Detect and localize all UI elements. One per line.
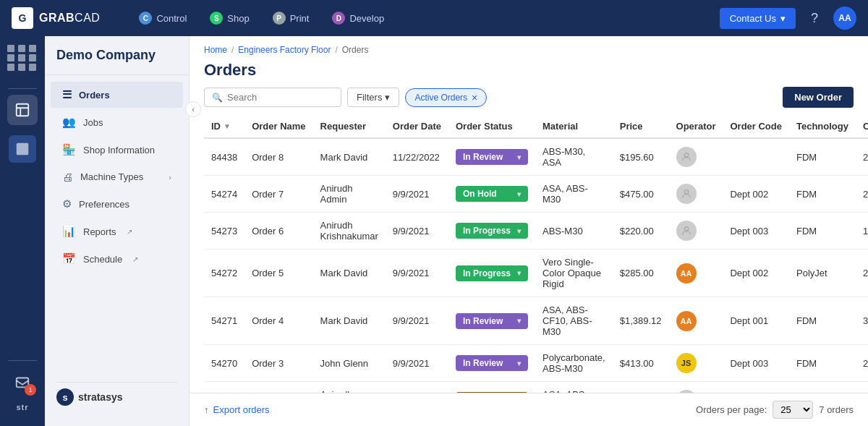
col-price: Price [613, 115, 669, 138]
status-dropdown-icon: ▾ [517, 269, 521, 277]
cell-order-name: Order 4 [244, 297, 312, 345]
cell-technology: PolyJet [789, 250, 856, 297]
table-row[interactable]: 54273 Order 6 AnirudhKrishnakumar 9/9/20… [204, 213, 868, 250]
cell-requester: AnirudhKrishnakumar [313, 213, 386, 250]
table-footer: ↑ Export orders Orders per page: 25 50 1… [190, 393, 868, 426]
nav-control[interactable]: C Control [129, 7, 197, 29]
cell-order-status[interactable]: In Progress ▾ [448, 250, 535, 297]
status-badge[interactable]: In Progress ▾ [456, 265, 528, 281]
cell-price: $285.00 [613, 250, 669, 297]
filters-button[interactable]: Filters ▾ [347, 88, 399, 107]
notification-icon[interactable]: 1 [7, 367, 38, 397]
search-input[interactable] [227, 92, 333, 103]
logo-area[interactable]: G GRABCAD [12, 7, 100, 29]
sidebar-item-orders[interactable]: ☰ Orders [51, 82, 183, 108]
status-label: In Review [463, 316, 503, 326]
cell-order-name: Order 1 [244, 382, 312, 393]
help-icon: ? [811, 11, 818, 26]
cell-operator [669, 213, 723, 250]
cell-price: $475.00 [613, 176, 669, 213]
sidebar-item-preferences[interactable]: ⚙ Preferences [51, 191, 183, 217]
cell-id: 54268 [204, 382, 244, 393]
status-badge[interactable]: In Progress ▾ [456, 223, 528, 239]
collapse-sidebar-button[interactable]: ‹ [185, 101, 201, 117]
status-label: On Hold [463, 189, 497, 199]
status-dropdown-icon: ▾ [517, 190, 521, 198]
nav-print[interactable]: P Print [263, 7, 320, 29]
cell-order-status[interactable]: In Review ▾ [448, 138, 535, 176]
contact-us-button[interactable]: Contact Us ▾ [720, 8, 796, 29]
cell-operator: AA [669, 297, 723, 345]
breadcrumb-orders: Orders [342, 45, 369, 55]
nav-develop[interactable]: D Develop [322, 7, 394, 29]
sidebar-image-icon[interactable] [7, 134, 38, 164]
cell-order-status[interactable]: In Review ▾ [448, 297, 535, 345]
user-avatar[interactable]: AA [833, 7, 856, 30]
cell-order-status[interactable]: In Progress ▾ [448, 213, 535, 250]
cell-requester: Mark David [313, 297, 386, 345]
col-id[interactable]: ID ▼ [204, 115, 244, 138]
left-nav: Demo Company ☰ Orders 👥 Jobs 🏪 Shop Info… [45, 36, 190, 426]
shop-info-icon: 🏪 [62, 143, 76, 156]
breadcrumb-floor[interactable]: Engineers Factory Floor [238, 45, 331, 55]
table-row[interactable]: 54274 Order 7 AnirudhAdmin 9/9/2021 On H… [204, 176, 868, 213]
page-title: Orders [204, 61, 256, 80]
orders-icon: ☰ [62, 88, 72, 101]
jobs-icon: 👥 [62, 116, 76, 129]
breadcrumb-home[interactable]: Home [204, 45, 227, 55]
reports-icon: 📊 [62, 225, 76, 238]
nav-shop[interactable]: S Shop [200, 7, 259, 29]
cell-requester: John Glenn [313, 345, 386, 382]
sidebar-shop-icon[interactable] [7, 95, 38, 125]
cell-cad-files: 1 [856, 213, 868, 250]
export-icon: ↑ [204, 404, 209, 415]
cell-cad-files: 2 [856, 176, 868, 213]
search-box[interactable]: 🔍 [204, 88, 341, 107]
active-orders-close-icon[interactable]: × [472, 92, 477, 103]
status-badge[interactable]: In Review ▾ [456, 355, 528, 371]
cell-order-code: Dept 003 [723, 213, 789, 250]
col-order-date: Order Date [386, 115, 448, 138]
status-badge[interactable]: On Hold ▾ [456, 186, 528, 202]
table-body: 84438 Order 8 Mark David 11/22/2022 In R… [204, 138, 868, 393]
cell-order-status[interactable]: On Hold ▾ [448, 176, 535, 213]
export-label: Export orders [213, 404, 270, 415]
sidebar-item-jobs[interactable]: 👥 Jobs [51, 109, 183, 135]
new-order-button[interactable]: New Order [783, 87, 854, 108]
sidebar-divider-1 [8, 88, 37, 89]
sidebar-reports-label: Reports [83, 226, 116, 237]
table-header: ID ▼ Order Name Requester Order Date Ord… [204, 115, 868, 138]
sidebar-item-schedule[interactable]: 📅 Schedule ↗ [51, 246, 183, 272]
status-badge[interactable]: In Review ▾ [456, 149, 528, 165]
sidebar-divider-2 [8, 360, 37, 361]
shop-icon: S [210, 12, 223, 25]
table-row[interactable]: 54268 Order 1 AnirudhAdmin 9/9/2021 Quot… [204, 382, 868, 393]
cell-order-code: Dept 001 [723, 382, 789, 393]
cell-order-status[interactable]: Quoted ▾ [448, 382, 535, 393]
table-row[interactable]: 54270 Order 3 John Glenn 9/9/2021 In Rev… [204, 345, 868, 382]
cell-order-date: 9/9/2021 [386, 297, 448, 345]
col-material: Material [535, 115, 613, 138]
help-button[interactable]: ? [804, 8, 825, 28]
col-operator: Operator [669, 115, 723, 138]
export-orders-link[interactable]: ↑ Export orders [204, 404, 270, 415]
cell-order-code: Dept 002 [723, 176, 789, 213]
status-badge[interactable]: In Review ▾ [456, 313, 528, 329]
table-row[interactable]: 54272 Order 5 Mark David 9/9/2021 In Pro… [204, 250, 868, 297]
table-row[interactable]: 84438 Order 8 Mark David 11/22/2022 In R… [204, 138, 868, 176]
nav-print-label: Print [290, 13, 310, 24]
cell-order-status[interactable]: In Review ▾ [448, 345, 535, 382]
control-icon: C [139, 12, 152, 25]
cell-order-date: 11/22/2022 [386, 138, 448, 176]
active-orders-label: Active Orders [414, 93, 467, 103]
breadcrumb: Home / Engineers Factory Floor / Orders [190, 36, 868, 58]
table-row[interactable]: 54271 Order 4 Mark David 9/9/2021 In Rev… [204, 297, 868, 345]
sidebar-item-reports[interactable]: 📊 Reports ↗ [51, 218, 183, 244]
active-orders-filter[interactable]: Active Orders × [405, 88, 487, 107]
per-page-select[interactable]: 25 50 100 [773, 401, 813, 419]
nav-items: C Control S Shop P Print D Develop [129, 7, 719, 29]
sidebar-item-machine-types[interactable]: 🖨 Machine Types › [51, 164, 183, 189]
sidebar-item-shop-info[interactable]: 🏪 Shop Information [51, 137, 183, 163]
left-nav-bottom: s stratasys [45, 367, 189, 414]
sort-icon: ▼ [224, 122, 231, 130]
